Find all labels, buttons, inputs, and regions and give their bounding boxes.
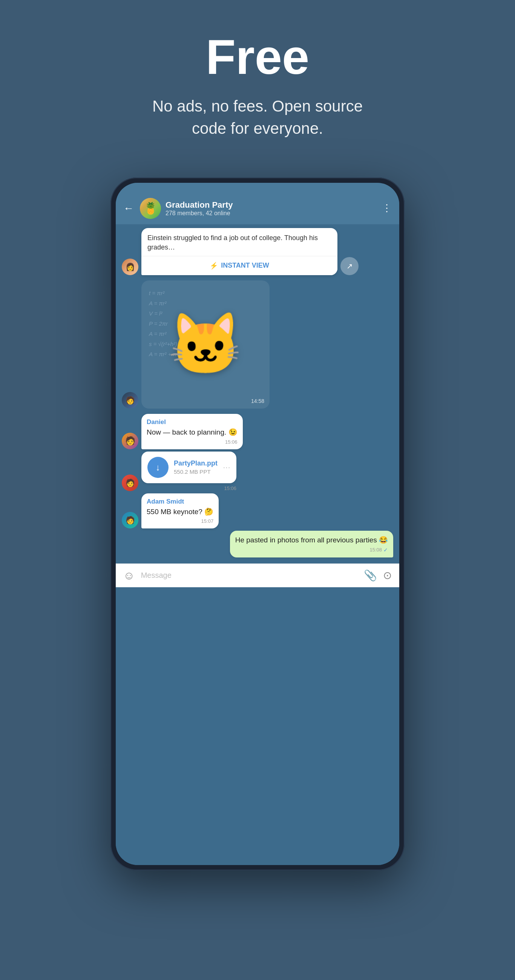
adam-message-row: 🧑 Adam Smidt 550 MB keynote? 🤔 15:07 — [122, 493, 393, 529]
daniel-bubble-inner: Daniel Now — back to planning. 😉 15:06 — [141, 414, 243, 449]
phone-wrapper: ← 🍍 Graduation Party 278 members, 42 onl… — [110, 178, 405, 870]
sticker-row: 🧑 t = πr² A = πr² V = l² P = 2πr A = πr² — [122, 280, 393, 409]
outgoing-text: He pasted in photos from all previous pa… — [235, 535, 388, 546]
avatar-sunglasses-img: 🧑 — [122, 433, 139, 449]
adam-bubble: Adam Smidt 550 MB keynote? 🤔 15:07 — [141, 493, 218, 529]
group-avatar-img: 🍍 — [140, 198, 161, 219]
chat-meta: 278 members, 42 online — [166, 210, 376, 217]
emoji-button[interactable]: ☺ — [123, 569, 135, 582]
file-time-row: 15:06 — [141, 485, 236, 491]
chat-body: 👩 Einstein struggled to find a job out o… — [116, 224, 399, 865]
camera-button[interactable]: ⊙ — [383, 569, 392, 582]
file-more-button[interactable]: ⋯ — [223, 463, 230, 472]
avatar-hat: 🧑 — [122, 512, 139, 528]
instant-view-button[interactable]: ⚡ INSTANT VIEW — [141, 256, 337, 275]
avatar-boy: 🧑 — [122, 392, 139, 409]
daniel-time-row: 15:06 — [147, 439, 238, 445]
back-button[interactable]: ← — [122, 201, 136, 216]
phone-outer: ← 🍍 Graduation Party 278 members, 42 onl… — [110, 178, 405, 870]
daniel-message-row: 🧑 Daniel Now — back to planning. 😉 15:06 — [122, 414, 393, 449]
hero-section: Free No ads, no fees. Open sourcecode fo… — [0, 0, 515, 162]
file-time: 15:06 — [224, 485, 236, 491]
file-download-button[interactable]: ↓ — [147, 457, 169, 478]
daniel-time: 15:06 — [225, 439, 238, 445]
outgoing-time-row: 15:08 ✓ — [235, 547, 388, 553]
chat-name: Graduation Party — [166, 200, 376, 210]
daniel-bubble: Daniel Now — back to planning. 😉 15:06 — [141, 414, 243, 449]
message-input[interactable]: Message — [141, 571, 358, 580]
group-avatar: 🍍 — [140, 198, 161, 219]
avatar-girl-img: 👩 — [122, 259, 139, 275]
adam-time-row: 15:07 — [147, 518, 214, 524]
chat-header: ← 🍍 Graduation Party 278 members, 42 onl… — [116, 194, 399, 224]
daniel-sender: Daniel — [147, 418, 238, 426]
avatar-girl: 👩 — [122, 259, 139, 275]
outgoing-message-row: He pasted in photos from all previous pa… — [122, 531, 393, 557]
check-icon: ✓ — [383, 547, 388, 553]
chat-info: Graduation Party 278 members, 42 online — [166, 200, 376, 217]
lightning-icon: ⚡ — [210, 262, 218, 270]
file-bubble-wrapper: ↓ PartyPlan.ppt 550.2 MB PPT ⋯ 15:06 — [141, 452, 236, 491]
share-icon: ↗ — [346, 262, 353, 270]
status-bar — [116, 183, 399, 194]
article-bubble: Einstein struggled to find a job out of … — [141, 228, 337, 275]
adam-text: 550 MB keynote? 🤔 — [147, 507, 214, 517]
file-info: PartyPlan.ppt 550.2 MB PPT — [174, 460, 218, 475]
avatar-afro: 🧑 — [122, 474, 139, 491]
more-button[interactable]: ⋮ — [380, 201, 393, 216]
file-size: 550.2 MB PPT — [174, 469, 218, 475]
download-icon: ↓ — [156, 462, 160, 473]
sticker-time: 14:58 — [251, 398, 264, 404]
messages-area: 👩 Einstein struggled to find a job out o… — [116, 224, 399, 563]
hero-subtitle: No ads, no fees. Open sourcecode for eve… — [15, 95, 500, 140]
attach-button[interactable]: 📎 — [364, 569, 377, 582]
instant-view-label: INSTANT VIEW — [221, 262, 269, 269]
avatar-hat-img: 🧑 — [122, 512, 139, 528]
outgoing-time: 15:08 — [370, 547, 382, 552]
cat-sticker: 🐱 — [168, 309, 243, 380]
file-message-row: 🧑 ↓ PartyPlan.ppt 550.2 MB PPT — [122, 452, 393, 491]
share-button[interactable]: ↗ — [340, 257, 359, 275]
avatar-sunglasses: 🧑 — [122, 433, 139, 449]
sticker-container: t = πr² A = πr² V = l² P = 2πr A = πr² s… — [141, 280, 269, 409]
hero-title: Free — [15, 30, 500, 84]
sticker-bg: t = πr² A = πr² V = l² P = 2πr A = πr² s… — [141, 280, 269, 409]
file-bubble: ↓ PartyPlan.ppt 550.2 MB PPT ⋯ — [141, 452, 236, 483]
adam-sender: Adam Smidt — [147, 498, 214, 506]
phone-inner: ← 🍍 Graduation Party 278 members, 42 onl… — [116, 183, 399, 865]
avatar-afro-img: 🧑 — [122, 474, 139, 491]
input-bar: ☺ Message 📎 ⊙ — [116, 563, 399, 587]
outgoing-bubble: He pasted in photos from all previous pa… — [230, 531, 393, 557]
daniel-text: Now — back to planning. 😉 — [147, 428, 238, 438]
avatar-boy-img: 🧑 — [122, 392, 139, 409]
adam-time: 15:07 — [201, 518, 214, 524]
file-name: PartyPlan.ppt — [174, 460, 218, 468]
article-text: Einstein struggled to find a job out of … — [141, 228, 337, 256]
article-message-row: 👩 Einstein struggled to find a job out o… — [122, 228, 393, 275]
